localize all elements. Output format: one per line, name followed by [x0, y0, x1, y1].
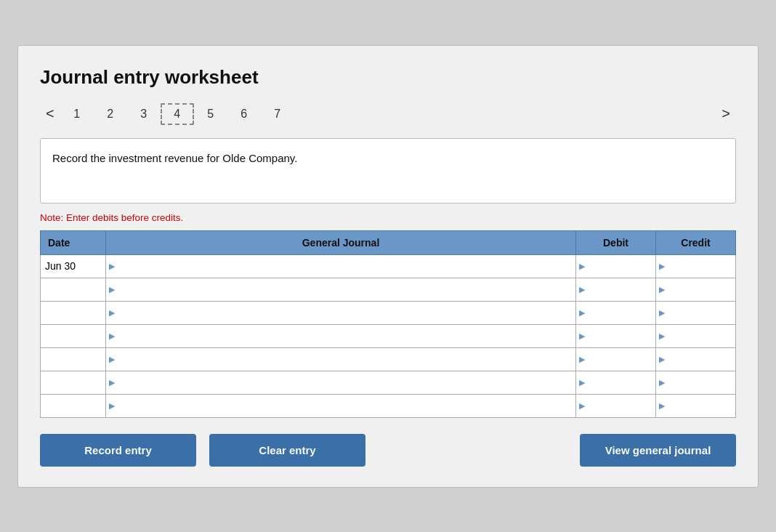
credit-cell[interactable]	[656, 347, 736, 371]
view-general-journal-button[interactable]: View general journal	[580, 434, 736, 467]
clear-entry-button[interactable]: Clear entry	[209, 434, 365, 467]
nav-item-7[interactable]: 7	[261, 105, 294, 124]
journal-cell[interactable]	[106, 347, 576, 371]
table-row	[41, 394, 736, 417]
date-cell[interactable]	[41, 278, 106, 301]
credit-cell[interactable]	[656, 301, 736, 324]
nav-item-4[interactable]: 4	[161, 103, 194, 125]
next-arrow[interactable]: >	[716, 104, 736, 124]
nav-item-2[interactable]: 2	[94, 105, 127, 124]
table-row	[41, 278, 736, 301]
nav-row: < 1 2 3 4 5 6 7 >	[40, 103, 736, 125]
page-title: Journal entry worksheet	[40, 66, 736, 89]
date-cell[interactable]	[41, 347, 106, 371]
instruction-text: Record the investment revenue for Olde C…	[52, 152, 297, 164]
debit-cell[interactable]	[576, 254, 656, 278]
debit-cell[interactable]	[576, 371, 656, 394]
journal-cell[interactable]	[106, 394, 576, 417]
journal-cell[interactable]	[106, 278, 576, 301]
credit-cell[interactable]	[656, 371, 736, 394]
journal-cell[interactable]	[106, 371, 576, 394]
date-cell[interactable]	[41, 371, 106, 394]
journal-cell[interactable]	[106, 254, 576, 278]
header-date: Date	[41, 230, 106, 254]
credit-cell[interactable]	[656, 394, 736, 417]
header-credit: Credit	[656, 230, 736, 254]
credit-cell[interactable]	[656, 324, 736, 347]
table-row	[41, 347, 736, 371]
nav-item-6[interactable]: 6	[227, 105, 261, 124]
date-cell[interactable]	[41, 324, 106, 347]
header-debit: Debit	[576, 230, 656, 254]
debit-cell[interactable]	[576, 347, 656, 371]
debit-cell[interactable]	[576, 278, 656, 301]
journal-cell[interactable]	[106, 301, 576, 324]
table-row	[41, 371, 736, 394]
journal-table: Date General Journal Debit Credit Jun 30	[40, 230, 736, 418]
table-row	[41, 324, 736, 347]
debit-cell[interactable]	[576, 324, 656, 347]
date-cell[interactable]: Jun 30	[41, 254, 106, 278]
prev-arrow[interactable]: <	[40, 104, 60, 124]
nav-item-3[interactable]: 3	[127, 105, 161, 124]
instruction-box: Record the investment revenue for Olde C…	[40, 138, 736, 203]
credit-cell[interactable]	[656, 278, 736, 301]
date-cell[interactable]	[41, 301, 106, 324]
record-entry-button[interactable]: Record entry	[40, 434, 196, 467]
credit-cell[interactable]	[656, 254, 736, 278]
date-cell[interactable]	[41, 394, 106, 417]
nav-item-1[interactable]: 1	[60, 105, 94, 124]
note-text: Note: Enter debits before credits.	[40, 212, 736, 223]
button-row: Record entry Clear entry View general jo…	[40, 434, 736, 467]
debit-cell[interactable]	[576, 394, 656, 417]
journal-cell[interactable]	[106, 324, 576, 347]
header-journal: General Journal	[106, 230, 576, 254]
debit-cell[interactable]	[576, 301, 656, 324]
table-row	[41, 301, 736, 324]
nav-item-5[interactable]: 5	[194, 105, 227, 124]
table-row: Jun 30	[41, 254, 736, 278]
main-container: Journal entry worksheet < 1 2 3 4 5 6 7 …	[17, 45, 759, 488]
